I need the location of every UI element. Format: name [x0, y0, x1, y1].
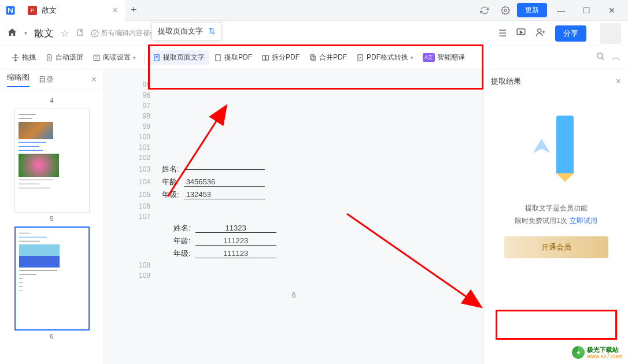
line-number: 102: [127, 154, 150, 162]
merge-pdf-tool[interactable]: 合并PDF: [304, 50, 352, 65]
line-number: 100: [127, 133, 150, 141]
split-pdf-tool[interactable]: 拆分PDF: [257, 50, 304, 65]
thumbnails-tab[interactable]: 缩略图: [7, 72, 29, 87]
dropdown-expand-icon[interactable]: ⇅: [209, 27, 215, 35]
line-number: 105: [127, 191, 150, 199]
line-number: 109: [127, 272, 150, 280]
refresh-icon[interactable]: [475, 1, 494, 20]
age-value: 3456536: [184, 177, 265, 187]
sub-age-value: 111223: [195, 236, 276, 246]
line-number: 107: [127, 213, 150, 221]
extract-text-tool[interactable]: 提取页面文字: [148, 50, 209, 65]
tab-title: 散文: [42, 5, 108, 16]
extract-result-panel: 提取结果 × 提取文字是会员功能 限时免费试用1次 立即试用 开通会员: [483, 69, 628, 364]
sub-grade-value: 111123: [195, 249, 276, 258]
gear-icon[interactable]: [496, 1, 515, 20]
sub-name-label: 姓名:: [173, 223, 191, 233]
app-logo-icon: [0, 0, 21, 21]
line-number: 103: [127, 165, 150, 173]
sub-age-label: 年龄:: [173, 236, 191, 246]
age-label: 年龄:: [162, 177, 179, 187]
export-icon[interactable]: [76, 28, 84, 39]
smart-translate-tool[interactable]: A文智能翻译: [418, 50, 470, 65]
line-number: 104: [127, 178, 150, 186]
present-icon[interactable]: [516, 27, 526, 40]
sidebar-header: 缩略图 目录 ×: [0, 69, 104, 90]
close-button[interactable]: ✕: [600, 0, 623, 21]
svg-point-2: [91, 30, 98, 37]
star-icon[interactable]: ☆: [61, 28, 69, 39]
svg-point-1: [504, 9, 507, 12]
search-icon[interactable]: [596, 51, 605, 64]
line-number: 99: [127, 122, 150, 131]
new-tab-button[interactable]: +: [125, 4, 143, 16]
titlebar: P 散文 × + 更新 — ☐ ✕: [0, 0, 628, 21]
thumbnail-sidebar: 缩略图 目录 × 4 ━━━━━━━━━━━━━━━━━━ ━━━━━━━━━━…: [0, 69, 104, 364]
convert-pdf-tool[interactable]: PDF格式转换▾: [352, 50, 418, 65]
svg-point-14: [597, 53, 603, 58]
try-now-link[interactable]: 立即试用: [570, 217, 597, 225]
thumb-page-number: 6: [14, 333, 90, 340]
document-content[interactable]: 95 96 97 98 99 100 101 102 103 姓名: 104 年…: [104, 69, 483, 364]
pdf-toolbar: 拖拽 自动滚屏 阅读设置▾ 提取页面文字 提取PDF 拆分PDF 合并PDF P…: [0, 46, 628, 69]
name-value: [184, 169, 265, 170]
close-icon[interactable]: ×: [113, 5, 118, 16]
watermark-logo-icon: ✦: [572, 346, 585, 359]
document-header: ▾ 散文 ☆ 所有编辑内容都会自动保存到云端 ☰ 分享: [0, 21, 628, 46]
add-user-icon[interactable]: [535, 27, 546, 40]
menu-icon[interactable]: ☰: [498, 28, 507, 39]
panel-close-icon[interactable]: ×: [616, 76, 621, 87]
line-number: 95: [127, 81, 150, 89]
document-tab[interactable]: P 散文 ×: [21, 0, 125, 21]
thumbnail-page-5[interactable]: ━━━━━━━━━━━━━━━━━━ ━━━━━━━━━━━━━━━━ ━━━━…: [14, 109, 90, 222]
line-number: 101: [127, 143, 150, 151]
thumbnail-list[interactable]: 4 ━━━━━━━━━━━━━━━━━━ ━━━━━━━━━━━━━━━━ ━━…: [0, 90, 104, 364]
svg-rect-11: [311, 54, 314, 59]
dropdown-icon[interactable]: ▾: [24, 30, 27, 36]
share-button[interactable]: 分享: [555, 25, 586, 42]
avatar[interactable]: [600, 23, 621, 44]
annotation-red-box-vip: [496, 310, 617, 340]
grade-value: 132453: [184, 190, 265, 199]
drag-tool[interactable]: 拖拽: [7, 50, 40, 65]
read-settings-tool[interactable]: 阅读设置▾: [88, 50, 141, 65]
line-number: 106: [127, 202, 150, 210]
open-vip-button[interactable]: 开通会员: [504, 236, 608, 258]
grade-label: 年级:: [162, 190, 179, 200]
svg-rect-8: [216, 54, 220, 61]
main-area: 缩略图 目录 × 4 ━━━━━━━━━━━━━━━━━━ ━━━━━━━━━━…: [0, 69, 628, 364]
line-number: 108: [127, 261, 150, 269]
watermark: ✦ 极光下载站 www.xz7.com: [572, 346, 622, 359]
vip-message: 提取文字是会员功能 限时免费试用1次 立即试用: [491, 202, 621, 227]
extract-dropdown[interactable]: 提取页面文字 ⇅: [152, 22, 221, 40]
extract-pdf-tool[interactable]: 提取PDF: [209, 50, 257, 65]
svg-rect-9: [263, 55, 265, 60]
svg-rect-10: [266, 55, 269, 60]
catalog-tab[interactable]: 目录: [39, 75, 54, 85]
update-button[interactable]: 更新: [517, 3, 547, 17]
pdf-icon: P: [28, 6, 37, 15]
minimize-button[interactable]: —: [549, 0, 572, 21]
page-number: 6: [127, 291, 460, 299]
illustration: [527, 104, 585, 185]
sub-grade-label: 年级:: [173, 248, 191, 259]
panel-title: 提取结果: [491, 76, 521, 87]
sidebar-close-icon[interactable]: ×: [91, 75, 97, 85]
thumb-page-number: 4: [5, 97, 99, 104]
svg-point-4: [538, 29, 541, 32]
sub-name-value: 11323: [195, 224, 276, 233]
name-label: 姓名:: [162, 164, 179, 174]
document-title: 散文: [34, 27, 54, 40]
svg-rect-12: [312, 56, 315, 61]
maximize-button[interactable]: ☐: [575, 0, 598, 21]
home-icon[interactable]: [7, 27, 17, 40]
line-number: 97: [127, 102, 150, 110]
thumb-page-number: 5: [14, 215, 90, 222]
thumbnail-page-6[interactable]: ━━━━━━━━━━━━━━━━━━━━━━ ━━━━━━━━━━━━ ━━━━…: [14, 226, 90, 340]
collapse-icon[interactable]: ︿: [612, 51, 621, 64]
line-number: 98: [127, 112, 150, 120]
autoscroll-tool[interactable]: 自动滚屏: [40, 50, 88, 65]
line-number: 96: [127, 91, 150, 99]
